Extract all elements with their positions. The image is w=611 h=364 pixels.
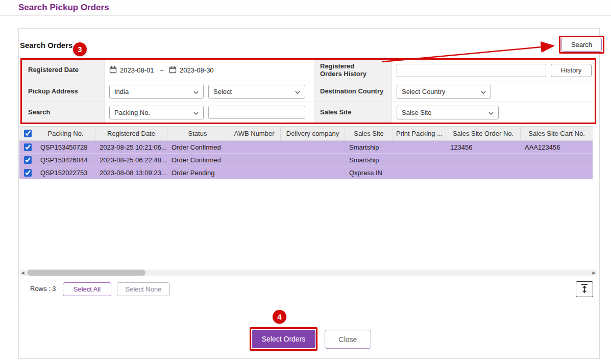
top-bar: Search Pickup Orders [0, 0, 611, 16]
destination-country-label: Destination Country [314, 81, 392, 102]
horizontal-scrollbar[interactable]: ◀ ▶ [20, 270, 597, 276]
registered-orders-history-label: Registered Orders History [314, 60, 392, 81]
col-header-delivery-company: Delivery company [281, 127, 345, 140]
step-badge-3: 3 [73, 42, 87, 56]
search-keyword-input[interactable] [208, 106, 305, 119]
row-checkbox[interactable] [24, 143, 32, 151]
registered-date-from-field[interactable]: 2023-08-01 [109, 66, 154, 75]
col-header-awb-number: AWB Number [228, 127, 281, 140]
registered-date-to-field[interactable]: 2023-08-30 [169, 66, 214, 75]
chevron-down-icon [488, 109, 494, 116]
form-row-pickup-address: Pickup Address India Select Destination … [22, 81, 595, 102]
select-orders-annotation-frame: Select Orders [250, 327, 317, 351]
col-header-status: Status [167, 127, 228, 140]
history-button[interactable]: History [551, 64, 592, 77]
orders-table: Packing No. Registered Date Status AWB N… [19, 126, 593, 179]
expand-table-button[interactable] [576, 281, 593, 297]
col-header-sales-site-order-no: Sales Site Order No. [446, 127, 521, 140]
divider [19, 305, 599, 305]
row-checkbox[interactable] [24, 169, 32, 177]
col-header-sales-site: Sales Site [345, 127, 393, 140]
col-header-registered-date: Registered Date [95, 127, 167, 140]
calendar-icon [109, 66, 117, 75]
scroll-right-icon[interactable]: ▶ [591, 270, 597, 276]
table-row[interactable]: QSP153426044 2023-08-25 06:22:48... Orde… [19, 154, 593, 166]
table-header-row: Packing No. Registered Date Status AWB N… [19, 126, 593, 141]
chevron-down-icon [193, 109, 199, 116]
step-badge-4: 4 [273, 310, 286, 324]
form-row-registered-date: Registered Date 2023-08-01 ~ 2023-08-30 [22, 60, 595, 81]
search-button[interactable]: Search [561, 38, 602, 52]
chevron-down-icon [295, 88, 300, 95]
resize-vertical-icon [580, 283, 589, 295]
form-row-search: Search Packing No. Sales Site Salse Site [22, 102, 595, 123]
col-header-packing-no: Packing No. [36, 127, 95, 140]
search-type-select[interactable]: Packing No. [109, 106, 204, 119]
section-heading: Search Orders [20, 41, 72, 50]
registered-orders-history-input[interactable] [397, 64, 546, 77]
sales-site-label: Sales Site [314, 102, 392, 123]
registered-date-label: Registered Date [22, 60, 105, 81]
col-header-print-packing: Print Packing ... [393, 127, 446, 140]
table-row[interactable]: QSP152022753 2023-08-08 13:09:23... Orde… [19, 166, 593, 179]
col-header-sales-site-cart-no: Sales Site Cart No. [521, 127, 593, 140]
scroll-left-icon[interactable]: ◀ [20, 270, 26, 276]
search-form-annotation-frame: Registered Date 2023-08-01 ~ 2023-08-30 [20, 58, 596, 124]
scrollbar-thumb[interactable] [27, 270, 145, 276]
select-orders-button[interactable]: Select Orders [252, 330, 315, 348]
destination-country-select[interactable]: Select Country [397, 85, 491, 99]
select-none-button[interactable]: Select None [117, 282, 170, 296]
rows-count-label: Rows : 3 [30, 285, 56, 293]
sales-site-select[interactable]: Salse Site [397, 106, 499, 119]
pickup-address-sub-select[interactable]: Select [208, 85, 305, 99]
search-label: Search [22, 102, 105, 123]
pickup-address-label: Pickup Address [22, 81, 105, 102]
row-checkbox[interactable] [24, 156, 32, 164]
select-all-checkbox[interactable] [24, 130, 32, 137]
table-row[interactable]: QSP153450728 2023-08-25 10:21:06... Orde… [19, 141, 593, 154]
scrollbar-track[interactable] [26, 270, 591, 276]
date-range-separator: ~ [159, 66, 165, 74]
search-pickup-orders-panel: Search Orders 3 Search Registered Date 2… [18, 28, 600, 359]
chevron-down-icon [481, 88, 486, 95]
close-button[interactable]: Close [325, 330, 371, 349]
search-button-annotation-frame: Search [559, 36, 604, 54]
registered-date-to-value: 2023-08-30 [180, 66, 214, 74]
select-all-button[interactable]: Select All [63, 282, 111, 296]
registered-date-from-value: 2023-08-01 [120, 66, 154, 74]
chevron-down-icon [193, 88, 199, 95]
calendar-icon [169, 66, 177, 75]
page-title: Search Pickup Orders [18, 3, 109, 13]
pickup-country-select[interactable]: India [109, 85, 204, 99]
